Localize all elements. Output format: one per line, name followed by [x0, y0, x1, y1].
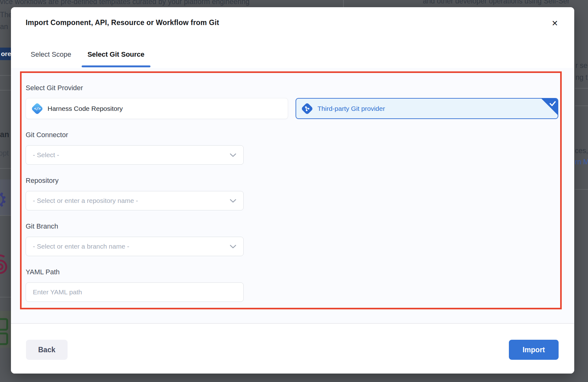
background-text-fragment: ng t: [575, 73, 587, 82]
code-glyph: </>: [34, 106, 40, 111]
background-paragraph: and other developer operations using Sel…: [423, 0, 570, 5]
back-button[interactable]: Back: [26, 340, 68, 360]
chevron-down-icon: [230, 153, 236, 157]
selected-check-icon: [541, 98, 558, 116]
chevron-down-icon: [230, 245, 236, 249]
tab-label: Select Scope: [31, 50, 71, 58]
modal-header: Import Component, API, Resource or Workf…: [11, 7, 574, 68]
provider-card-label: Third-party Git provider: [317, 105, 385, 112]
yaml-path-input[interactable]: [33, 288, 236, 296]
select-placeholder: - Select or enter a branch name -: [33, 243, 230, 250]
tab-label: Select Git Source: [88, 50, 144, 58]
background-divider: [575, 106, 588, 106]
background-text-fragment: opt: [0, 149, 9, 157]
provider-card-third-party[interactable]: Third-party Git provider: [296, 98, 558, 119]
select-placeholder: - Select or enter a repository name -: [33, 197, 230, 204]
close-icon[interactable]: ✕: [549, 18, 560, 29]
modal-tabs: Select Scope Select Git Source: [31, 50, 144, 68]
yaml-path-input-wrap: [26, 282, 244, 302]
import-from-git-modal: Import Component, API, Resource or Workf…: [11, 7, 574, 374]
chevron-down-icon: [230, 199, 236, 203]
background-text-fragment: ces,: [575, 147, 588, 155]
modal-title: Import Component, API, Resource or Workf…: [26, 18, 219, 27]
git-branch-select[interactable]: - Select or enter a branch name -: [26, 237, 244, 256]
background-divider: [0, 297, 11, 297]
background-divider: [0, 168, 11, 169]
stacked-squares-icon: [0, 318, 9, 348]
background-divider: [343, 0, 344, 7]
background-text-fragment: an: [0, 130, 9, 139]
field-git-branch: Git Branch - Select or enter a branch na…: [26, 222, 558, 256]
field-label: YAML Path: [26, 268, 558, 276]
background-divider: [0, 90, 11, 90]
field-label: Git Connector: [26, 131, 558, 139]
field-yaml-path: YAML Path: [26, 268, 558, 302]
field-repository: Repository - Select or enter a repositor…: [26, 177, 558, 210]
git-diamond-icon: [301, 102, 313, 115]
field-git-connector: Git Connector - Select -: [26, 131, 558, 165]
tab-select-scope[interactable]: Select Scope: [31, 50, 71, 68]
background-link-fragment: rn M: [575, 158, 588, 166]
provider-card-harness-code[interactable]: </> Harness Code Repository: [26, 98, 288, 119]
background-divider: [575, 88, 588, 89]
import-button[interactable]: Import: [509, 340, 559, 360]
background-divider: [0, 75, 11, 76]
gear-icon: ⚙: [0, 187, 8, 213]
git-provider-label: Select Git Provider: [26, 84, 558, 92]
background-text-fragment: an: [0, 23, 8, 31]
modal-body: Select Git Provider </> Harness Code Rep…: [11, 68, 574, 323]
git-provider-options: </> Harness Code Repository: [26, 98, 558, 119]
spiral-icon: [0, 254, 9, 279]
repository-select[interactable]: - Select or enter a repository name -: [26, 191, 244, 210]
select-placeholder: - Select -: [33, 151, 230, 159]
provider-card-label: Harness Code Repository: [48, 105, 123, 112]
code-diamond-icon: </>: [31, 102, 43, 115]
background-divider: [0, 215, 11, 216]
field-label: Repository: [26, 177, 558, 185]
background-divider: [575, 189, 588, 190]
highlight-annotation-box: Select Git Provider </> Harness Code Rep…: [20, 71, 562, 309]
background-text-fragment: The: [0, 11, 13, 19]
git-connector-select[interactable]: - Select -: [26, 145, 244, 165]
background-paragraph: vice workflows are pre-defined templates…: [0, 0, 250, 6]
background-text-fragment: r sel: [575, 61, 588, 70]
field-label: Git Branch: [26, 222, 558, 230]
tab-select-git-source[interactable]: Select Git Source: [88, 50, 144, 68]
modal-footer: Back Import: [11, 323, 574, 374]
active-tab-indicator: [82, 65, 150, 67]
